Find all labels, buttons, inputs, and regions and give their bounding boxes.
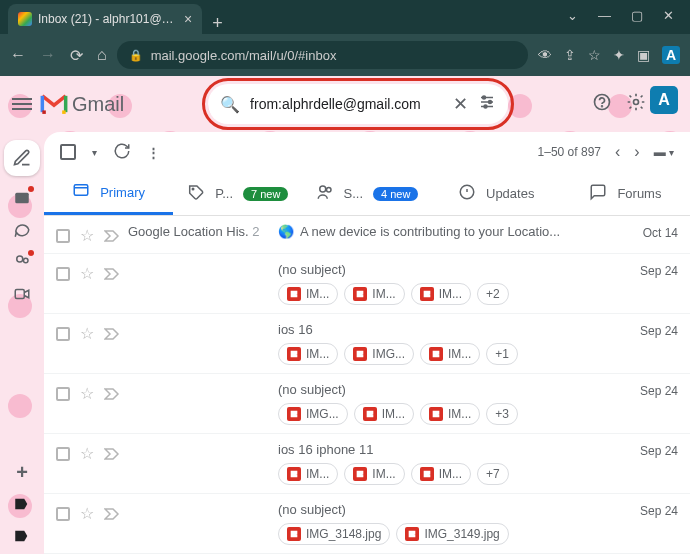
- row-checkbox[interactable]: [56, 267, 70, 281]
- select-all-checkbox[interactable]: [60, 144, 76, 160]
- minimize-icon[interactable]: —: [598, 8, 611, 23]
- category-tab-forums[interactable]: Forums: [561, 172, 690, 215]
- close-tab-icon[interactable]: ×: [184, 11, 192, 27]
- attachment-name: IMG_3148.jpg: [306, 527, 381, 541]
- attachment-chip[interactable]: IM...: [420, 343, 480, 365]
- star-icon[interactable]: ☆: [80, 444, 94, 463]
- row-checkbox[interactable]: [56, 387, 70, 401]
- spaces-rail-icon[interactable]: [12, 252, 32, 272]
- more-attachments[interactable]: +1: [486, 343, 518, 365]
- star-icon[interactable]: ☆: [80, 384, 94, 403]
- star-icon[interactable]: ☆: [80, 504, 94, 523]
- search-icon[interactable]: 🔍: [220, 95, 240, 114]
- eye-icon[interactable]: 👁: [538, 47, 552, 63]
- importance-icon[interactable]: [104, 448, 118, 460]
- image-icon: [429, 347, 443, 361]
- maximize-icon[interactable]: ▢: [631, 8, 643, 23]
- bookmark-icon[interactable]: ☆: [588, 47, 601, 63]
- star-icon[interactable]: ☆: [80, 264, 94, 283]
- star-icon[interactable]: ☆: [80, 324, 94, 343]
- importance-icon[interactable]: [104, 328, 118, 340]
- attachment-chip[interactable]: IM...: [344, 463, 404, 485]
- meet-rail-icon[interactable]: [12, 284, 32, 304]
- row-checkbox[interactable]: [56, 229, 70, 243]
- gmail-logo[interactable]: Gmail: [40, 93, 124, 116]
- more-icon[interactable]: ⋮: [147, 145, 160, 160]
- attachment-chip[interactable]: IM...: [354, 403, 414, 425]
- left-rail: +: [0, 132, 44, 554]
- new-tab-button[interactable]: +: [202, 13, 233, 34]
- next-page-icon[interactable]: ›: [634, 143, 639, 161]
- attachment-chip[interactable]: IM...: [278, 343, 338, 365]
- compose-button[interactable]: [4, 140, 40, 176]
- attachment-chip[interactable]: IM...: [278, 283, 338, 305]
- restore-down-icon[interactable]: ⌄: [567, 8, 578, 23]
- forward-icon[interactable]: →: [40, 46, 56, 65]
- mail-row[interactable]: ☆ ios 16 iphone 11 IM...IM...IM...+7 Sep…: [44, 434, 690, 494]
- category-tab-s[interactable]: S...4 new: [302, 172, 431, 215]
- prev-page-icon[interactable]: ‹: [615, 143, 620, 161]
- label-rail-icon-2[interactable]: [12, 526, 32, 546]
- support-icon[interactable]: [592, 92, 612, 116]
- main-menu-icon[interactable]: [12, 95, 32, 113]
- attachment-chip[interactable]: IM...: [411, 463, 471, 485]
- attachment-chip[interactable]: IM...: [420, 403, 480, 425]
- mail-row[interactable]: ☆ ios 16 IM...IMG...IM...+1 Sep 24: [44, 314, 690, 374]
- mail-row[interactable]: ☆ (no subject) IMG_3148.jpgIMG_3149.jpg …: [44, 494, 690, 554]
- attachments: IMG_3148.jpgIMG_3149.jpg: [278, 523, 622, 545]
- attachment-chip[interactable]: IMG_3148.jpg: [278, 523, 390, 545]
- more-attachments[interactable]: +3: [486, 403, 518, 425]
- clear-search-icon[interactable]: ✕: [453, 93, 468, 115]
- importance-icon[interactable]: [104, 388, 118, 400]
- add-rail-icon[interactable]: +: [12, 462, 32, 482]
- importance-icon[interactable]: [104, 230, 118, 242]
- row-checkbox[interactable]: [56, 327, 70, 341]
- mail-row[interactable]: ☆ (no subject) IM...IM...IM...+2 Sep 24: [44, 254, 690, 314]
- search-options-icon[interactable]: [478, 93, 496, 115]
- more-attachments[interactable]: +7: [477, 463, 509, 485]
- select-dropdown-icon[interactable]: ▾: [92, 147, 97, 158]
- category-tab-primary[interactable]: Primary: [44, 172, 173, 215]
- importance-icon[interactable]: [104, 268, 118, 280]
- importance-icon[interactable]: [104, 508, 118, 520]
- alphr-extension-icon[interactable]: A: [662, 46, 680, 64]
- close-window-icon[interactable]: ✕: [663, 8, 674, 23]
- row-checkbox[interactable]: [56, 447, 70, 461]
- alphr-sidebar-icon[interactable]: A: [650, 86, 678, 114]
- attachment-chip[interactable]: IM...: [344, 283, 404, 305]
- mail-row[interactable]: ☆ Google Location His. 2 🌎 A new device …: [44, 216, 690, 254]
- attachment-chip[interactable]: IMG...: [344, 343, 414, 365]
- gmail-app: A Gmail 🔍 ✕: [0, 76, 690, 554]
- attachment-chip[interactable]: IM...: [411, 283, 471, 305]
- incognito-icon[interactable]: ▣: [637, 47, 650, 63]
- settings-icon[interactable]: [626, 92, 646, 116]
- subject-text: (no subject): [278, 502, 346, 517]
- attachment-chip[interactable]: IMG...: [278, 403, 348, 425]
- attachment-chip[interactable]: IMG_3149.jpg: [396, 523, 508, 545]
- search-input[interactable]: [250, 96, 443, 112]
- back-icon[interactable]: ←: [10, 46, 26, 65]
- star-icon[interactable]: ☆: [80, 226, 94, 245]
- refresh-icon[interactable]: [113, 142, 131, 163]
- attachment-name: IM...: [372, 287, 395, 301]
- chat-rail-icon[interactable]: [12, 220, 32, 240]
- url-field[interactable]: 🔒 mail.google.com/mail/u/0/#inbox: [117, 41, 528, 69]
- browser-tab[interactable]: Inbox (21) - alphr101@gmail.com ×: [8, 4, 202, 34]
- extensions-icon[interactable]: ✦: [613, 47, 625, 63]
- share-icon[interactable]: ⇪: [564, 47, 576, 63]
- thread-count: 2: [252, 224, 259, 239]
- svg-point-24: [319, 186, 325, 192]
- category-tab-p[interactable]: P...7 new: [173, 172, 302, 215]
- reload-icon[interactable]: ⟳: [70, 46, 83, 65]
- svg-point-4: [489, 101, 492, 104]
- home-icon[interactable]: ⌂: [97, 46, 107, 65]
- svg-point-23: [192, 188, 194, 190]
- category-tab-updates[interactable]: Updates: [432, 172, 561, 215]
- attachment-chip[interactable]: IM...: [278, 463, 338, 485]
- density-icon[interactable]: ▬ ▾: [654, 145, 674, 159]
- mail-row[interactable]: ☆ (no subject) IMG...IM...IM...+3 Sep 24: [44, 374, 690, 434]
- row-checkbox[interactable]: [56, 507, 70, 521]
- mail-rail-icon[interactable]: [12, 188, 32, 208]
- label-rail-icon[interactable]: [12, 494, 32, 514]
- more-attachments[interactable]: +2: [477, 283, 509, 305]
